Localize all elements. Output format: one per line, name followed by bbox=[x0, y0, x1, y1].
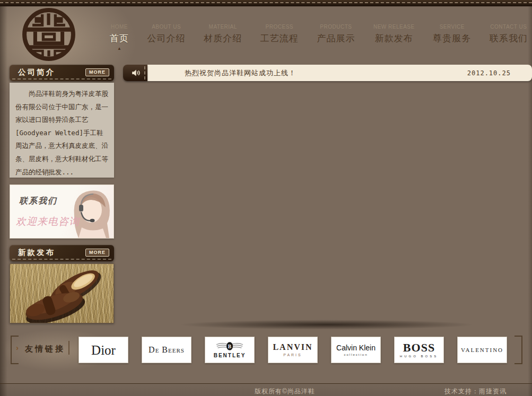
brand-link-calvin-klein[interactable]: Calvin Klein collection bbox=[331, 337, 381, 363]
brand-logo-text: VALENTINO bbox=[461, 347, 503, 353]
svg-text:B: B bbox=[228, 344, 232, 349]
nav-label-zh: 公司介绍 bbox=[147, 32, 186, 45]
nav-label-en: PRODUCTS bbox=[317, 24, 355, 30]
brand-link-bentley[interactable]: B BENTLEY bbox=[205, 337, 255, 363]
chevron-right-icon: › bbox=[16, 343, 19, 352]
customer-service-woman-image bbox=[55, 185, 114, 238]
brand-logo-text: De Beers bbox=[149, 346, 185, 354]
right-bracket-decoration bbox=[514, 336, 522, 364]
ticker-date: 2012.10.25 bbox=[467, 69, 511, 77]
new-release-shoe-image[interactable] bbox=[10, 263, 114, 323]
nav-label-en: NEW RELEASE bbox=[373, 24, 415, 30]
nav-label-zh: 尊贵服务 bbox=[433, 32, 471, 45]
nav-item-contact[interactable]: CONTACT US 联系我们 bbox=[489, 24, 529, 51]
nav-item-material[interactable]: MATERIAL 材质介绍 bbox=[203, 24, 243, 51]
brand-logo-text: LANVIN bbox=[273, 343, 312, 351]
nav-label-en: ABOUT US bbox=[147, 24, 186, 30]
brand-logo-text: Dior bbox=[91, 344, 116, 357]
nav-item-process[interactable]: PROCESS 工艺流程 bbox=[259, 24, 300, 51]
brand-logo-text: BOSS bbox=[403, 342, 435, 354]
news-ticker: 热烈祝贺尚品洋鞋网站成功上线！ 2012.10.25 bbox=[123, 65, 532, 81]
nav-label-en: MATERIAL bbox=[204, 24, 242, 30]
links-divider bbox=[68, 341, 69, 355]
new-release-title: 新款发布 bbox=[18, 248, 55, 258]
speaker-icon bbox=[130, 68, 141, 78]
active-indicator-triangle-icon: ▲ bbox=[110, 46, 129, 51]
brand-logo-subtext: HUGO BOSS bbox=[400, 355, 438, 358]
main-nav: HOME 首页 ▲ ABOUT US 公司介绍 MATERIAL 材质介绍 PR… bbox=[109, 24, 529, 51]
brand-link-lanvin[interactable]: LANVIN PARIS bbox=[268, 337, 318, 363]
brand-link-valentino[interactable]: VALENTINO bbox=[457, 337, 507, 363]
company-logo[interactable] bbox=[18, 6, 80, 63]
company-more-button[interactable]: MORE bbox=[85, 68, 109, 76]
contact-banner[interactable]: 联系我们 欢迎来电咨询 bbox=[10, 184, 114, 239]
company-profile-title: 公司简介 bbox=[18, 67, 55, 77]
brand-logo-text: Calvin Klein bbox=[336, 344, 376, 351]
bentley-wings-icon: B bbox=[215, 341, 245, 351]
ticker-speaker-button[interactable] bbox=[123, 65, 147, 81]
footer: 版权所有©尚品洋鞋 技术支持：雨捷资讯 bbox=[0, 383, 532, 396]
ticker-announcement: 热烈祝贺尚品洋鞋网站成功上线！ bbox=[185, 68, 296, 78]
brand-logo-row: Dior De Beers B BENTLEY LANVIN PARIS bbox=[79, 337, 507, 363]
nav-item-home[interactable]: HOME 首页 ▲ bbox=[109, 24, 130, 51]
nav-label-en: SERVICE bbox=[433, 24, 471, 30]
leather-stitch-band bbox=[0, 0, 532, 6]
contact-banner-subtitle: 欢迎来电咨询 bbox=[16, 215, 80, 228]
ticker-bar: 热烈祝贺尚品洋鞋网站成功上线！ 2012.10.25 bbox=[147, 65, 532, 81]
new-release-more-button[interactable]: MORE bbox=[85, 249, 109, 257]
nav-item-about[interactable]: ABOUT US 公司介绍 bbox=[146, 24, 187, 51]
contact-banner-title: 联系我们 bbox=[19, 196, 57, 207]
page: HOME 首页 ▲ ABOUT US 公司介绍 MATERIAL 材质介绍 PR… bbox=[0, 0, 532, 396]
content-drop-shadow bbox=[122, 316, 531, 331]
nav-label-en: CONTACT US bbox=[490, 24, 528, 30]
nav-label-en: HOME bbox=[110, 24, 129, 30]
nav-label-zh: 新款发布 bbox=[373, 32, 415, 45]
nav-label-zh: 联系我们 bbox=[490, 32, 528, 45]
nav-label-zh: 工艺流程 bbox=[260, 32, 299, 45]
brand-logo-subtext: collection bbox=[344, 353, 368, 356]
nav-label-zh: 材质介绍 bbox=[204, 32, 242, 45]
company-profile-text: 尚品洋鞋前身为粤洋皮革股份有限公司位于中国广东，是一家以进口固特异沿条工艺[Go… bbox=[10, 83, 114, 178]
nav-label-en: PROCESS bbox=[260, 24, 299, 30]
brand-link-hugo-boss[interactable]: BOSS HUGO BOSS bbox=[394, 337, 444, 363]
nav-item-products[interactable]: PRODUCTS 产品展示 bbox=[316, 24, 356, 51]
nav-label-zh: 产品展示 bbox=[317, 32, 355, 45]
brand-logo-text: BENTLEY bbox=[214, 353, 246, 358]
new-release-header: 新款发布 MORE bbox=[10, 245, 114, 261]
stitch-line bbox=[0, 2, 532, 3]
brand-link-dior[interactable]: Dior bbox=[79, 337, 128, 363]
footer-copyright: 版权所有©尚品洋鞋 bbox=[255, 387, 315, 396]
friendly-links-title: 友情链接 bbox=[25, 344, 65, 354]
friendly-links-section: › 友情链接 Dior De Beers B BENTLEY bbox=[0, 334, 532, 368]
footer-support: 技术支持：雨捷资讯 bbox=[444, 387, 507, 396]
brand-logo-subtext: PARIS bbox=[283, 353, 302, 357]
nav-item-service[interactable]: SERVICE 尊贵服务 bbox=[432, 24, 472, 51]
company-profile-header: 公司简介 MORE bbox=[10, 65, 114, 81]
brand-link-debeers[interactable]: De Beers bbox=[142, 337, 191, 363]
nav-label-zh: 首页 bbox=[110, 32, 129, 45]
emblem-logo-icon bbox=[18, 6, 80, 63]
nav-item-new-release[interactable]: NEW RELEASE 新款发布 bbox=[372, 24, 416, 51]
loafers-illustration bbox=[10, 264, 114, 323]
